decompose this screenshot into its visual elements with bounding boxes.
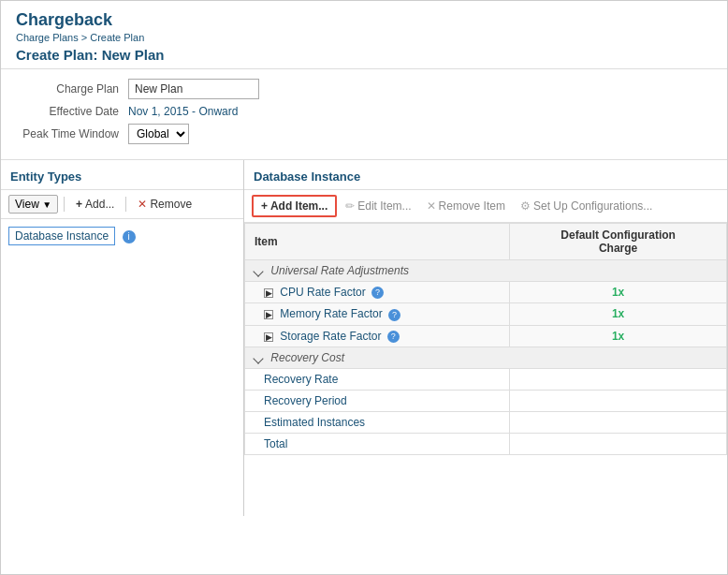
- entity-list: Database Instance i: [1, 219, 243, 253]
- item-recovery-rate: Recovery Rate: [245, 368, 510, 390]
- charge-plan-label: Charge Plan: [16, 82, 128, 96]
- setup-config-button[interactable]: ⚙ Set Up Configurations...: [514, 197, 659, 215]
- col-default-config: Default Configuration Charge: [510, 224, 727, 260]
- effective-date-label: Effective Date: [16, 105, 128, 118]
- entity-item-database-instance[interactable]: Database Instance: [8, 227, 115, 245]
- table-row-total: Total: [245, 433, 727, 454]
- item-storage: ▶ Storage Rate Factor ?: [245, 325, 510, 346]
- view-button-label: View: [15, 198, 39, 211]
- item-recovery-period: Recovery Period: [245, 390, 510, 411]
- storage-charge: 1x: [510, 325, 727, 346]
- effective-date-row: Effective Date Nov 1, 2015 - Onward: [16, 105, 712, 118]
- db-table: Item Default Configuration Charge Univer…: [244, 223, 727, 455]
- add-item-button[interactable]: + Add Item...: [252, 195, 337, 217]
- app-title: Chargeback: [16, 10, 712, 30]
- main-content: Entity Types View ▼ + Add... ✕ Remove: [1, 160, 727, 516]
- table-row-storage: ▶ Storage Rate Factor ? 1x: [245, 325, 727, 346]
- collapse-icon[interactable]: [253, 266, 263, 276]
- expand-memory-icon[interactable]: ▶: [264, 310, 273, 319]
- recovery-period-link[interactable]: Recovery Period: [264, 394, 347, 407]
- section-name-universal: Universal Rate Adjustments: [270, 264, 409, 277]
- entity-item-label: Database Instance: [15, 229, 109, 243]
- peak-time-label: Peak Time Window: [16, 127, 128, 140]
- peak-time-select[interactable]: Global: [128, 124, 189, 144]
- storage-help-icon[interactable]: ?: [387, 331, 400, 343]
- page-title: Create Plan: New Plan: [16, 47, 712, 63]
- col-item: Item: [245, 224, 510, 260]
- remove-item-x-icon: ✕: [427, 199, 436, 213]
- table-row-estimated-instances: Estimated Instances: [245, 411, 727, 433]
- breadcrumb: Charge Plans > Create Plan: [16, 32, 712, 43]
- setup-config-label: Set Up Configurations...: [533, 199, 652, 213]
- entity-panel-title: Entity Types: [1, 160, 243, 190]
- item-total: Total: [245, 433, 510, 454]
- total-link[interactable]: Total: [264, 437, 287, 450]
- charge-plan-row: Charge Plan: [16, 79, 712, 99]
- cpu-charge: 1x: [510, 282, 727, 303]
- db-panel-title: Database Instance: [244, 160, 727, 190]
- memory-charge: 1x: [510, 303, 727, 325]
- estimated-instances-link[interactable]: Estimated Instances: [264, 416, 365, 429]
- item-estimated-instances: Estimated Instances: [245, 411, 510, 433]
- table-row-memory: ▶ Memory Rate Factor ? 1x: [245, 303, 727, 325]
- toolbar-divider2: [125, 197, 126, 212]
- entity-panel: Entity Types View ▼ + Add... ✕ Remove: [1, 160, 244, 516]
- chevron-down-icon: ▼: [42, 199, 51, 210]
- edit-item-label: Edit Item...: [357, 199, 411, 213]
- cpu-rate-link[interactable]: CPU Rate Factor: [280, 286, 365, 299]
- db-toolbar: + Add Item... ✏ Edit Item... ✕ Remove It…: [244, 190, 727, 223]
- item-cpu: ▶ CPU Rate Factor ?: [245, 282, 510, 303]
- section-row-universal: Universal Rate Adjustments: [245, 260, 727, 282]
- recovery-rate-link[interactable]: Recovery Rate: [264, 373, 338, 386]
- gear-icon: ⚙: [520, 199, 531, 213]
- table-row-recovery-rate: Recovery Rate: [245, 368, 727, 390]
- item-memory: ▶ Memory Rate Factor ?: [245, 303, 510, 325]
- pencil-icon: ✏: [345, 199, 355, 213]
- recovery-rate-charge: [510, 368, 727, 390]
- breadcrumb-current: Create Plan: [90, 32, 144, 43]
- table-row-recovery-period: Recovery Period: [245, 390, 727, 411]
- expand-cpu-icon[interactable]: ▶: [264, 288, 273, 298]
- expand-storage-icon[interactable]: ▶: [264, 332, 273, 342]
- plus-icon: +: [76, 198, 82, 211]
- estimated-instances-charge: [510, 411, 727, 433]
- x-icon: ✕: [138, 198, 147, 211]
- recovery-period-charge: [510, 390, 727, 411]
- section-row-recovery: Recovery Cost: [245, 346, 727, 368]
- edit-item-button[interactable]: ✏ Edit Item...: [339, 197, 417, 215]
- remove-button[interactable]: ✕ Remove: [132, 196, 197, 213]
- col-charge-sub: Charge: [519, 242, 717, 255]
- toolbar-divider: [64, 197, 65, 212]
- db-panel: Database Instance + Add Item... ✏ Edit I…: [244, 160, 727, 516]
- storage-rate-link[interactable]: Storage Rate Factor: [280, 330, 381, 343]
- table-row-cpu: ▶ CPU Rate Factor ? 1x: [245, 282, 727, 303]
- memory-help-icon[interactable]: ?: [388, 309, 400, 321]
- charge-plan-input[interactable]: [128, 79, 259, 99]
- remove-item-label: Remove Item: [439, 199, 505, 213]
- add-button-label: Add...: [85, 198, 114, 211]
- breadcrumb-parent[interactable]: Charge Plans: [16, 32, 79, 43]
- add-item-label: + Add Item...: [261, 199, 328, 213]
- collapse-recovery-icon[interactable]: [253, 353, 263, 363]
- total-charge: [510, 433, 727, 454]
- cpu-help-icon[interactable]: ?: [371, 287, 384, 299]
- form-section: Charge Plan Effective Date Nov 1, 2015 -…: [1, 69, 727, 160]
- entity-info-icon[interactable]: i: [123, 230, 136, 243]
- memory-rate-link[interactable]: Memory Rate Factor: [280, 307, 382, 320]
- add-button[interactable]: + Add...: [70, 196, 120, 213]
- section-name-recovery: Recovery Cost: [270, 351, 344, 364]
- entity-toolbar: View ▼ + Add... ✕ Remove: [1, 190, 243, 219]
- effective-date-value: Nov 1, 2015 - Onward: [128, 105, 238, 118]
- peak-time-row: Peak Time Window Global: [16, 124, 712, 144]
- remove-button-label: Remove: [150, 198, 192, 211]
- view-button[interactable]: View ▼: [8, 195, 58, 214]
- remove-item-button[interactable]: ✕ Remove Item: [420, 197, 512, 215]
